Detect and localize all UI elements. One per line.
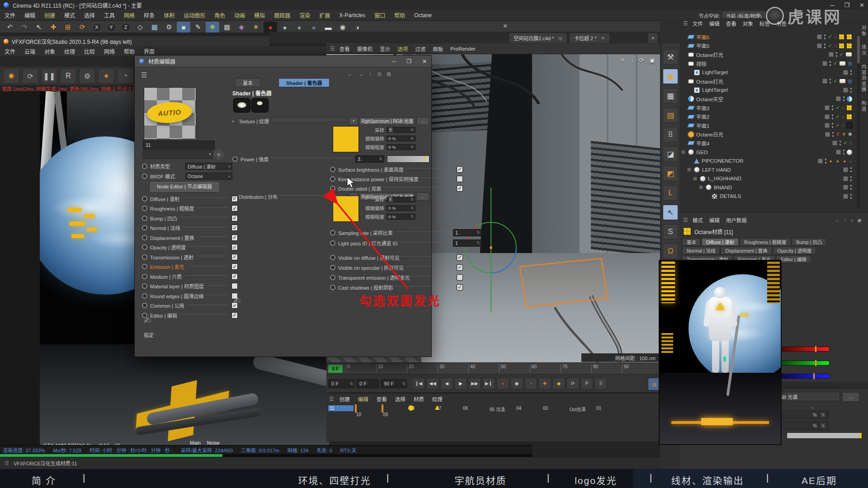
- maximize-button[interactable]: ❐: [844, 2, 849, 9]
- param-checkbox[interactable]: [457, 185, 463, 192]
- object-tags[interactable]: [821, 78, 857, 84]
- octane-menu-item[interactable]: 云端: [24, 47, 35, 55]
- dt-tag-icon[interactable]: [824, 34, 826, 40]
- object-row[interactable]: ⊞ L_HIGHHAND: [681, 174, 857, 183]
- dt-tag-icon[interactable]: [829, 61, 831, 66]
- param-field[interactable]: 1.⇅: [453, 229, 482, 236]
- object-manager-menu-item[interactable]: 查看: [726, 20, 736, 27]
- expand-icon[interactable]: ⊞: [693, 176, 698, 181]
- magnet-icon[interactable]: Ω: [663, 244, 678, 259]
- chevron-down-icon[interactable]: ⌄: [811, 404, 814, 409]
- manager-side-tab[interactable]: 对象: [861, 25, 868, 37]
- keyframe-selection-button[interactable]: ◔: [524, 378, 537, 389]
- object-row[interactable]: ⊞ 平面3: [681, 103, 857, 113]
- power-field[interactable]: 3.⇅: [355, 155, 384, 163]
- dialog-minimize-button[interactable]: ─: [392, 58, 396, 65]
- texy-tag-icon[interactable]: [846, 43, 852, 49]
- dt-tag-icon[interactable]: [831, 122, 834, 128]
- texy-tag-icon[interactable]: [846, 105, 852, 111]
- channel-checkbox[interactable]: [231, 215, 238, 221]
- viewport-menu-item[interactable]: 查看: [340, 45, 350, 52]
- object-tags[interactable]: [815, 34, 857, 40]
- attribute-nav-icon[interactable]: ◉: [857, 217, 862, 223]
- gs-tag-icon[interactable]: [825, 132, 830, 137]
- snap-icon[interactable]: S: [663, 224, 678, 239]
- tgt-tag-icon[interactable]: [848, 78, 852, 84]
- dt-tag-icon[interactable]: [831, 105, 834, 111]
- menu-item[interactable]: 体积: [164, 11, 175, 19]
- texy-tag-icon[interactable]: [839, 34, 844, 40]
- object-row[interactable]: ⊞ 平面2: [681, 112, 857, 121]
- deformer-icon[interactable]: ◈: [235, 22, 248, 33]
- material-menu-icon[interactable]: ☰: [329, 396, 334, 402]
- environment-icon-3[interactable]: ●: [307, 22, 321, 33]
- menu-item[interactable]: 模式: [64, 11, 75, 19]
- key-rotation-button[interactable]: ⟳: [566, 378, 579, 389]
- menu-item[interactable]: 渲染: [299, 11, 310, 19]
- workplane-icon[interactable]: ▤: [663, 108, 678, 123]
- object-row[interactable]: ⊞ 平面6: [681, 33, 857, 42]
- collapse-icon[interactable]: ▸: [232, 194, 239, 199]
- menu-item[interactable]: 窗口: [374, 11, 385, 19]
- render-channel-tab[interactable]: Main: [190, 440, 201, 445]
- menu-item[interactable]: 角色: [214, 11, 225, 19]
- object-row[interactable]: ⊞ DETAILS: [681, 192, 857, 201]
- forward-icon[interactable]: →: [358, 71, 363, 77]
- viewport-nav-icon[interactable]: ⟳: [639, 57, 644, 64]
- viewport-menu-item[interactable]: 显示: [380, 45, 390, 52]
- gs-tag-icon[interactable]: [843, 167, 848, 172]
- gs-tag-icon[interactable]: [817, 34, 822, 39]
- render-view-icon[interactable]: ▦: [148, 22, 161, 33]
- gs-tag-icon[interactable]: [829, 52, 834, 57]
- octane-menu-item[interactable]: 对象: [44, 47, 55, 55]
- viewport-menu-item[interactable]: 过滤: [415, 45, 425, 52]
- octane-menu-item[interactable]: 比较: [84, 47, 95, 55]
- go-start-button[interactable]: ❙◀: [412, 378, 425, 389]
- object-manager-menu-item[interactable]: 标签: [760, 20, 770, 27]
- up-icon[interactable]: ↑: [369, 71, 372, 77]
- chk-tag-icon[interactable]: [835, 122, 840, 128]
- param-checkbox[interactable]: [457, 264, 463, 271]
- go-end-button[interactable]: ▶❙: [482, 378, 495, 389]
- do-tag-icon[interactable]: [834, 43, 837, 49]
- help-icon[interactable]: ✍: [144, 315, 151, 326]
- points-mode-icon[interactable]: ⠿: [663, 127, 678, 142]
- shader-preview-button[interactable]: [233, 98, 250, 113]
- manager-side-tab[interactable]: 场次: [861, 45, 868, 56]
- object-tags[interactable]: [830, 140, 857, 146]
- swatch-param-value[interactable]: 无⇅: [387, 197, 415, 202]
- coord-system-icon[interactable]: ◇: [133, 22, 147, 33]
- material-thumb[interactable]: 11: [328, 405, 354, 418]
- viewport-nav-icon[interactable]: ✛: [620, 57, 625, 64]
- preview-type-dropdown[interactable]: ▾: [143, 150, 212, 159]
- chk-tag-icon[interactable]: [833, 61, 837, 66]
- menu-item[interactable]: 工具: [104, 11, 115, 19]
- chk-tag-icon[interactable]: [835, 105, 840, 111]
- object-row[interactable]: ⊞ 平面4: [681, 139, 857, 148]
- object-tags[interactable]: [841, 167, 857, 173]
- timeline-ruler[interactable]: 0 F 0102030405060708090: [326, 362, 661, 375]
- spline-pen-icon[interactable]: ✎: [191, 22, 205, 33]
- object-tags[interactable]: [816, 158, 857, 164]
- dock-close-icon[interactable]: ✕: [503, 23, 508, 29]
- object-tags[interactable]: [827, 52, 857, 57]
- frame-current-field[interactable]: 0 F: [356, 379, 379, 388]
- gs-tag-icon[interactable]: [832, 141, 837, 145]
- xr-tag-icon[interactable]: [836, 131, 840, 137]
- power-slider[interactable]: [387, 155, 429, 163]
- gs-tag-icon[interactable]: [818, 159, 823, 164]
- menu-item[interactable]: X-Particles: [339, 12, 365, 19]
- prev-key-button[interactable]: ◀◀: [426, 378, 439, 389]
- param-checkbox[interactable]: [457, 176, 463, 182]
- prev-frame-button[interactable]: ◀: [440, 378, 453, 389]
- texture-more-button[interactable]: ...: [416, 117, 429, 125]
- dt-tag-icon[interactable]: [850, 193, 852, 199]
- dialog-maximize-button[interactable]: ❐: [406, 58, 411, 65]
- menu-item[interactable]: 运动图形: [184, 11, 205, 19]
- gs-tag-icon[interactable]: [836, 150, 841, 155]
- material-menu-item[interactable]: 选择: [395, 395, 406, 403]
- octane-flame-icon[interactable]: ✺: [3, 68, 19, 84]
- manager-side-tab[interactable]: 内容浏览器: [861, 64, 868, 93]
- attribute-tab[interactable]: Roughness | 粗糙度: [740, 238, 791, 246]
- material-name-field[interactable]: 11: [143, 141, 215, 150]
